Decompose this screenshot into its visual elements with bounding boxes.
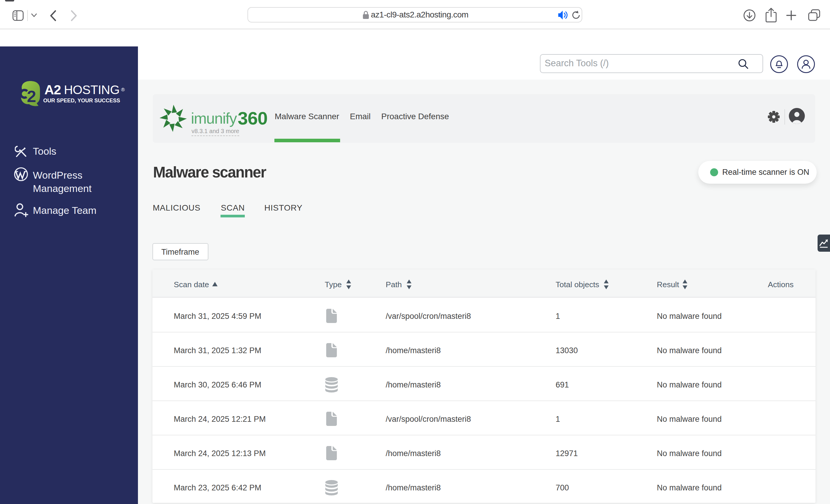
svg-text:2: 2 <box>27 87 36 106</box>
